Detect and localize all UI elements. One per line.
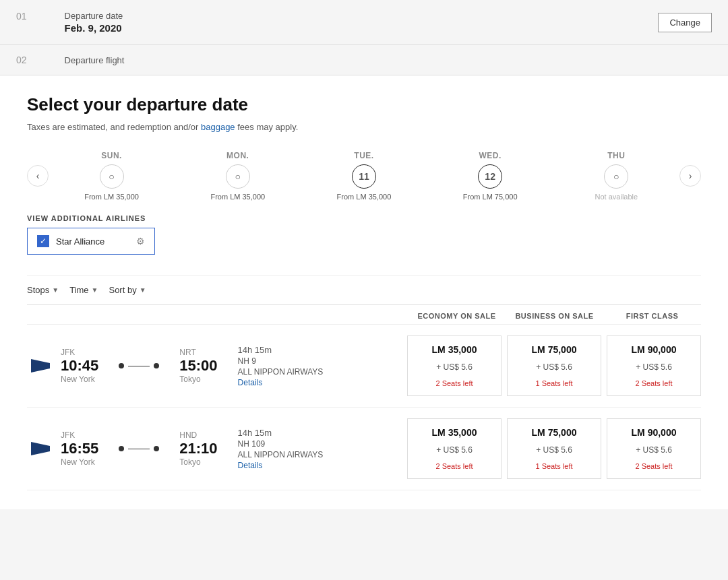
arrival-block: NRT 15:00 Tokyo bbox=[179, 348, 217, 384]
first-cell[interactable]: LM 90,000 + US$ 5.6 2 Seats left bbox=[607, 335, 701, 396]
business-cell[interactable]: LM 75,000 + US$ 5.6 1 Seats left bbox=[507, 335, 601, 396]
economy-seats: 2 Seats left bbox=[435, 462, 473, 470]
first-cell[interactable]: LM 90,000 + US$ 5.6 2 Seats left bbox=[607, 418, 701, 479]
economy-header: ECONOMY ON SALE bbox=[408, 312, 506, 320]
flight-duration: 14h 15m bbox=[238, 345, 324, 355]
day-name: THU bbox=[607, 151, 625, 160]
flight-duration: 14h 15m bbox=[238, 428, 324, 438]
economy-cell[interactable]: LM 35,000 + US$ 5.6 2 Seats left bbox=[407, 418, 502, 479]
flight-info: JFK 16:55 New York HND 21:10 Tokyo 14h 1… bbox=[54, 418, 407, 479]
filters-bar: Stops ▼ Time ▼ Sort by ▼ bbox=[27, 275, 701, 305]
line bbox=[128, 366, 150, 366]
stops-filter[interactable]: Stops ▼ bbox=[27, 285, 59, 295]
business-price: LM 75,000 bbox=[532, 344, 577, 355]
details-link[interactable]: Details bbox=[238, 378, 324, 387]
first-seats: 2 Seats left bbox=[635, 462, 672, 470]
airline-logo bbox=[27, 335, 54, 396]
calendar-subtitle: Taxes are estimated, and redemption and/… bbox=[27, 122, 701, 132]
first-header: FIRST CLASS bbox=[603, 312, 701, 320]
alliance-checkbox-container[interactable]: ✓ Star Alliance ⚙ bbox=[27, 228, 155, 255]
time-filter[interactable]: Time ▼ bbox=[69, 285, 98, 295]
baggage-link[interactable]: baggage bbox=[201, 122, 235, 132]
time-label: Time bbox=[69, 285, 88, 295]
days-container: SUN.○From LM 35,000MON.○From LM 35,000TU… bbox=[49, 151, 679, 201]
step2-number: 02 bbox=[16, 55, 27, 65]
day-price: From LM 75,000 bbox=[463, 193, 518, 201]
main-content: Select your departure date Taxes are est… bbox=[0, 75, 728, 509]
day-circle[interactable]: 12 bbox=[478, 164, 502, 189]
flight-row: JFK 16:55 New York HND 21:10 Tokyo 14h 1… bbox=[27, 408, 701, 490]
arrive-time: 21:10 bbox=[179, 440, 217, 457]
flight-num: NH 9 bbox=[238, 356, 324, 366]
day-circle[interactable]: ○ bbox=[604, 164, 628, 189]
settings-icon[interactable]: ⚙ bbox=[136, 236, 145, 247]
step2-label: Departure flight bbox=[65, 55, 125, 65]
day-col-3[interactable]: WED.12From LM 75,000 bbox=[456, 151, 524, 201]
economy-price: LM 35,000 bbox=[432, 344, 477, 355]
first-price: LM 90,000 bbox=[632, 427, 677, 438]
day-col-0[interactable]: SUN.○From LM 35,000 bbox=[78, 151, 146, 201]
subtitle-after: fees may apply. bbox=[235, 122, 299, 132]
subtitle-before: Taxes are estimated, and redemption and/… bbox=[27, 122, 201, 132]
flight-airline: ALL NIPPON AIRWAYS bbox=[238, 367, 324, 377]
flight-num: NH 109 bbox=[238, 439, 324, 449]
departure-block: JFK 16:55 New York bbox=[61, 430, 98, 467]
from-code: JFK bbox=[61, 430, 98, 440]
day-col-1[interactable]: MON.○From LM 35,000 bbox=[204, 151, 272, 201]
day-col-2[interactable]: TUE.11From LM 35,000 bbox=[330, 151, 398, 201]
to-code: HND bbox=[179, 430, 217, 440]
details-link[interactable]: Details bbox=[238, 461, 324, 470]
business-cell[interactable]: LM 75,000 + US$ 5.6 1 Seats left bbox=[507, 418, 601, 479]
price-cells: LM 35,000 + US$ 5.6 2 Seats left LM 75,0… bbox=[407, 418, 701, 479]
day-name: TUE. bbox=[354, 151, 373, 160]
step1-date: Feb. 9, 2020 bbox=[65, 22, 123, 34]
arrival-block: HND 21:10 Tokyo bbox=[179, 430, 217, 467]
economy-seats: 2 Seats left bbox=[435, 379, 473, 387]
dot-left bbox=[119, 363, 124, 368]
change-button[interactable]: Change bbox=[658, 13, 712, 32]
day-price: From LM 35,000 bbox=[337, 193, 392, 201]
price-cells: LM 35,000 + US$ 5.6 2 Seats left LM 75,0… bbox=[407, 335, 701, 396]
first-usd: + US$ 5.6 bbox=[636, 362, 672, 372]
next-arrow[interactable]: › bbox=[679, 165, 701, 187]
day-col-4[interactable]: THU○Not available bbox=[582, 151, 650, 201]
to-code: NRT bbox=[179, 348, 217, 357]
from-city: New York bbox=[61, 375, 98, 384]
flights-container: JFK 10:45 New York NRT 15:00 Tokyo 14h 1… bbox=[27, 325, 701, 490]
flight-line bbox=[119, 446, 159, 451]
step1-label: Departure date bbox=[65, 11, 123, 21]
economy-cell[interactable]: LM 35,000 + US$ 5.6 2 Seats left bbox=[407, 335, 502, 396]
stops-arrow: ▼ bbox=[52, 286, 59, 294]
first-usd: + US$ 5.6 bbox=[636, 445, 672, 455]
first-price: LM 90,000 bbox=[632, 344, 677, 355]
day-name: SUN. bbox=[101, 151, 122, 160]
step1-bar: 01 Departure date Feb. 9, 2020 Change bbox=[0, 0, 728, 45]
flight-line bbox=[119, 363, 159, 368]
airline-logo bbox=[27, 418, 54, 479]
alliance-checkbox-icon: ✓ bbox=[37, 235, 49, 247]
day-circle[interactable]: ○ bbox=[100, 164, 124, 189]
airline-logo-shape bbox=[31, 359, 50, 373]
sortby-filter[interactable]: Sort by ▼ bbox=[109, 285, 146, 295]
column-headers: ECONOMY ON SALE BUSINESS ON SALE FIRST C… bbox=[27, 305, 701, 325]
economy-usd: + US$ 5.6 bbox=[436, 362, 473, 372]
airline-logo-shape bbox=[31, 442, 50, 455]
sortby-arrow: ▼ bbox=[140, 286, 146, 294]
stops-label: Stops bbox=[27, 285, 49, 295]
alliance-name: Star Alliance bbox=[56, 236, 129, 247]
depart-time: 10:45 bbox=[61, 357, 98, 375]
from-code: JFK bbox=[61, 348, 98, 357]
business-seats: 1 Seats left bbox=[535, 462, 572, 470]
day-name: MON. bbox=[226, 151, 249, 160]
first-seats: 2 Seats left bbox=[635, 379, 672, 387]
business-usd: + US$ 5.6 bbox=[536, 445, 572, 455]
depart-time: 16:55 bbox=[61, 440, 98, 457]
day-circle[interactable]: ○ bbox=[226, 164, 250, 189]
prev-arrow[interactable]: ‹ bbox=[27, 165, 49, 187]
business-seats: 1 Seats left bbox=[535, 379, 572, 387]
economy-usd: + US$ 5.6 bbox=[436, 445, 473, 455]
dot-right bbox=[154, 363, 159, 368]
day-na: Not available bbox=[595, 193, 638, 201]
day-circle[interactable]: 11 bbox=[352, 164, 376, 189]
to-city: Tokyo bbox=[179, 375, 217, 384]
